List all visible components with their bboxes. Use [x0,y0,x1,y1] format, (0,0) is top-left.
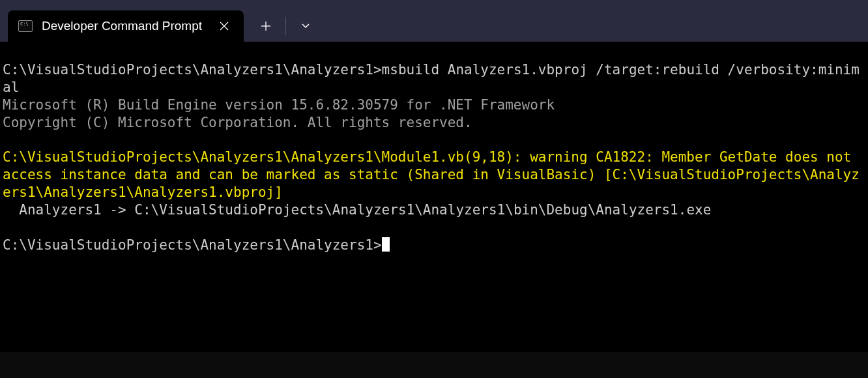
close-icon [220,22,229,31]
prompt-line-1: C:\VisualStudioProjects\Analyzers1\Analy… [3,62,382,78]
terminal-area[interactable]: C:\VisualStudioProjects\Analyzers1\Analy… [0,42,868,352]
tab-bar: C:\ Developer Command Prompt [0,5,868,42]
tab-divider [285,17,286,35]
tab-actions [252,10,320,42]
prompt-line-2: C:\VisualStudioProjects\Analyzers1\Analy… [3,237,382,253]
tab-title: Developer Command Prompt [42,19,202,33]
window-titlebar[interactable] [0,0,868,5]
active-tab[interactable]: C:\ Developer Command Prompt [8,10,244,42]
chevron-down-icon [301,23,310,29]
build-output-line: Analyzers1 -> C:\VisualStudioProjects\An… [3,202,711,218]
terminal-icon: C:\ [18,20,33,32]
cursor [382,237,390,252]
warning-line: C:\VisualStudioProjects\Analyzers1\Analy… [3,149,860,200]
copyright-line: Copyright (C) Microsoft Corporation. All… [3,115,472,130]
terminal-icon-text: C:\ [20,22,29,27]
close-tab-button[interactable] [216,18,232,34]
plus-icon [261,21,271,31]
new-tab-button[interactable] [252,12,280,40]
build-engine-line: Microsoft (R) Build Engine version 15.6.… [3,97,555,113]
tab-dropdown-button[interactable] [291,12,320,40]
terminal-window: C:\ Developer Command Prompt [0,0,868,378]
bottom-bar [0,352,868,378]
